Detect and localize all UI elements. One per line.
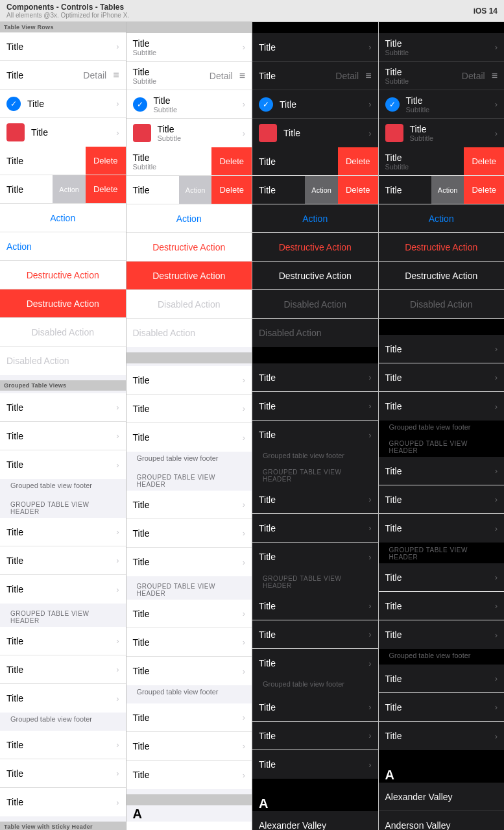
action-row-disabled-outline-2: Disabled Action <box>126 290 252 319</box>
table-row: Title › <box>252 363 378 392</box>
table-row: Title › <box>252 421 378 449</box>
action-row-blue-2: Action <box>126 204 252 233</box>
table-row: Title › <box>126 703 252 732</box>
group-footer-dark-4: Grouped table view footer <box>379 421 505 436</box>
chevron-icon: › <box>116 460 119 470</box>
table-row: Title › <box>252 592 378 620</box>
group-section-dark-c4-4: Title › Title › Title › <box>379 665 505 750</box>
table-row: Title › <box>0 546 126 575</box>
chevron-icon: › <box>368 659 371 668</box>
chevron-icon: › <box>495 128 498 138</box>
table-row: Title Subtitle › <box>379 119 505 147</box>
action-button[interactable]: Action <box>179 176 212 204</box>
table-row: Title Detail ≡ <box>252 62 378 90</box>
swipe-row-dark-subtitle-2: Title Action Delete <box>379 176 505 204</box>
table-row: Title › <box>0 450 126 479</box>
delete-button[interactable]: Delete <box>211 147 252 176</box>
group-section-dark-1: Title › Title › Title › Grouped table vi… <box>252 363 378 465</box>
delete-button[interactable]: Delete <box>464 147 504 176</box>
sticky-header-a4: A <box>379 766 505 783</box>
table-row: Title › <box>379 514 505 543</box>
spacer <box>126 794 252 805</box>
action-row-blue: Action <box>0 204 126 232</box>
swipe-row-dark-2: Title Action Delete <box>252 176 378 204</box>
action-button[interactable]: Action <box>305 176 338 204</box>
table-row: Title › <box>252 392 378 421</box>
chevron-icon: › <box>243 528 245 538</box>
group-section-dark-c4-1: Title › Title › Title › Grouped table vi… <box>379 335 505 436</box>
table-row: ✓ Title Subtitle › <box>379 90 505 119</box>
action-row-dark-disabled-4: Disabled Action <box>379 290 505 319</box>
group-header: GROUPED TABLE VIEW HEADER <box>0 606 126 627</box>
chevron-icon: › <box>116 527 119 537</box>
delete-button[interactable]: Delete <box>338 176 378 204</box>
group-section-dark-2: GROUPED TABLE VIEW HEADER Title › Title … <box>252 465 378 571</box>
chevron-icon: › <box>368 494 371 504</box>
table-row: Title Detail ≡ <box>0 61 126 90</box>
delete-button[interactable]: Delete <box>86 147 126 175</box>
action-row-disabled-plain-2: Disabled Action <box>126 319 252 347</box>
table-row: Title › <box>0 627 126 655</box>
action-row-dark-destr-4: Destructive Action <box>379 233 505 262</box>
chevron-icon: › <box>116 42 119 51</box>
table-row: Title › <box>0 788 126 816</box>
table-row: Title Subtitle › <box>126 119 252 147</box>
chevron-icon: › <box>243 713 245 722</box>
group-header-dark: GROUPED TABLE VIEW HEADER <box>252 571 378 592</box>
chevron-icon: › <box>368 401 371 411</box>
chevron-icon: › <box>368 128 371 138</box>
delete-button[interactable]: Delete <box>211 176 252 204</box>
chevron-icon: › <box>495 466 498 476</box>
table-row: Title › <box>379 485 505 514</box>
table-row: Title Subtitle Detail ≡ <box>126 62 252 90</box>
chevron-icon: › <box>243 770 245 780</box>
table-row: Title › <box>126 519 252 548</box>
chevron-icon: › <box>116 798 119 807</box>
table-row: Title › <box>252 750 378 779</box>
spacer-dark <box>252 22 378 33</box>
sticky-section-dark-3: A Alexander Valley Anderson Valley Atlas… <box>252 795 378 830</box>
chevron-icon: › <box>243 42 245 52</box>
group-header: GROUPED TABLE VIEW HEADER <box>126 470 252 491</box>
chevron-icon: › <box>368 372 371 382</box>
table-row: Title › <box>0 575 126 604</box>
chevron-icon: › <box>495 402 498 411</box>
swipe-row-action-delete: Title Action Delete <box>0 175 126 204</box>
action-row-destructive-outline: Destructive Action <box>0 261 126 289</box>
table-row: Title › <box>252 620 378 649</box>
swipe-row-partial: Title Action Delete <box>126 176 252 204</box>
action-row-dark-destr-fill-4: Destructive Action <box>379 262 505 290</box>
table-row: Title › <box>252 514 378 543</box>
group-section-dark-4: Title › Title › Title › <box>252 693 378 779</box>
columns-wrapper: Table View Rows Title › Title Detail ≡ ✓… <box>0 22 504 830</box>
delete-button[interactable]: Delete <box>464 176 504 204</box>
chevron-icon: › <box>243 404 245 413</box>
chevron-icon: › <box>243 557 245 567</box>
action-row-dark-blue-4: Action <box>379 204 505 233</box>
table-row: Title › <box>0 655 126 684</box>
group-footer-dark-4b: Grouped table view footer <box>379 649 505 665</box>
delete-button[interactable]: Delete <box>338 147 378 176</box>
swipe-row-dark-subtitle-1: Title Subtitle Delete <box>379 147 505 176</box>
chevron-icon: › <box>116 768 119 778</box>
group-footer: Grouped table view footer <box>126 685 252 701</box>
section-label-sticky-1: Table View with Sticky Header <box>0 822 126 830</box>
action-button-small[interactable]: Action <box>53 175 86 204</box>
spacer-dark <box>379 22 505 33</box>
sep <box>126 789 252 794</box>
row-image <box>259 124 277 142</box>
table-section-2: Title Subtitle › Title Subtitle Detail ≡… <box>126 33 252 147</box>
table-section-dark-4: Title Subtitle › Title Subtitle Detail ≡… <box>379 33 505 147</box>
chevron-icon: › <box>368 629 371 639</box>
group-section-1: Title › Title › Title › Grouped table vi… <box>0 391 126 494</box>
sticky-row: Alexander Valley <box>252 811 378 830</box>
delete-button[interactable]: Delete <box>86 175 126 204</box>
page-subtitle: All elements @3x. Optimized for iPhone X… <box>6 12 129 19</box>
section-label-grouped-1: Grouped Table Views <box>0 380 126 391</box>
chevron-icon: › <box>368 760 371 770</box>
table-row: Title › <box>252 649 378 677</box>
menu-icon: ≡ <box>365 70 371 82</box>
table-row: Title › <box>252 33 378 62</box>
action-button[interactable]: Action <box>431 176 464 204</box>
checkbox-icon: ✓ <box>259 97 273 112</box>
